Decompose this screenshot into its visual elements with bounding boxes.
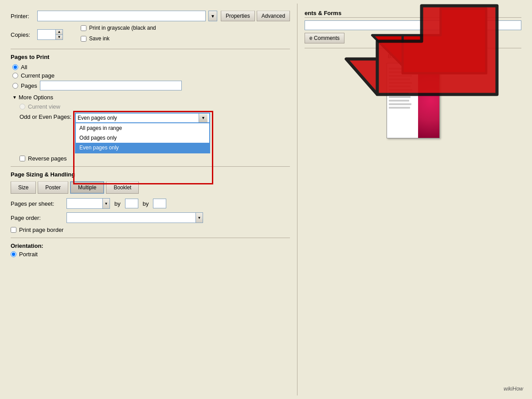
preview-line-12 (389, 107, 410, 109)
printer-label: Printer: (11, 13, 37, 20)
reverse-pages-label: Reverse pages (28, 155, 66, 162)
reverse-pages-checkbox[interactable] (20, 156, 25, 161)
sizing-buttons: Size Poster Multiple Booklet (11, 181, 290, 194)
all-pages-label: All (21, 64, 27, 70)
odd-even-label: Odd or Even Pages: (20, 113, 71, 120)
printer-input[interactable]: Send To OneNote 2013 (37, 11, 206, 21)
all-pages-row: All (12, 64, 290, 70)
page-preview-pink (418, 63, 439, 138)
right-panel: ents & Forms ocument and Markups e Comme… (297, 4, 528, 395)
print-page-border-checkbox[interactable] (11, 227, 16, 233)
preview-line-9 (389, 96, 411, 98)
copies-down-btn[interactable]: ▼ (55, 35, 63, 40)
copies-label: Copies: (11, 31, 37, 38)
more-options-toggle[interactable]: ▼ More Options (12, 94, 290, 101)
current-view-label: Current view (28, 103, 60, 110)
pages-per-sheet-row: Pages per sheet: Custom... ▼ by 2 by 2 (11, 198, 290, 209)
pps-select-wrap: Custom... ▼ (66, 198, 110, 209)
summarize-comments-btn[interactable]: e Comments (305, 33, 344, 43)
po-select[interactable]: Horizontal (67, 213, 196, 223)
printer-select-wrap: Send To OneNote 2013 ▼ (37, 11, 217, 21)
page-size-label: 8.27 x 11.69 Inches (305, 53, 521, 59)
save-ink-row: Save ink (81, 35, 156, 42)
left-panel: Printer: Send To OneNote 2013 ▼ Properti… (4, 4, 297, 395)
pages-to-print-header: Pages to Print (11, 54, 290, 60)
page-preview-wrap (305, 63, 521, 138)
current-view-radio (20, 104, 25, 110)
preview-line-3 (389, 75, 412, 77)
dropdown-item-all[interactable]: All pages in range (76, 123, 209, 133)
preview-line-1 (389, 68, 413, 70)
pages-range-row: Pages 1 - 4 (12, 81, 290, 90)
dropdown-selected-text: Even pages only (78, 115, 199, 121)
preview-line-4 (389, 78, 410, 80)
save-ink-checkbox[interactable] (81, 36, 86, 42)
more-options-triangle: ▼ (12, 95, 17, 100)
current-page-row: Current page (12, 72, 290, 79)
print-page-border-label: Print page border (19, 227, 63, 233)
size-button[interactable]: Size (11, 181, 36, 194)
preview-line-2 (389, 71, 411, 73)
preview-line-8 (389, 93, 409, 94)
booklet-button[interactable]: Booklet (106, 181, 139, 194)
portrait-row: Portrait (11, 251, 290, 258)
pages-radio-group: All Current page Pages 1 - 4 (11, 64, 290, 90)
properties-button[interactable]: Properties (221, 11, 255, 21)
grayscale-checkbox[interactable] (81, 25, 86, 31)
advanced-button[interactable]: Advanced (257, 11, 290, 21)
portrait-label: Portrait (19, 251, 38, 258)
pages-range-radio[interactable] (12, 83, 18, 89)
printer-dropdown-btn[interactable]: ▼ (208, 11, 217, 21)
current-view-row: Current view (11, 103, 290, 110)
dropdown-arrow-icon: ▼ (199, 113, 207, 122)
pps-select[interactable]: Custom... (67, 199, 102, 208)
preview-line-11 (389, 103, 412, 105)
odd-even-dropdown-wrap: Even pages only ▼ All pages in range Odd… (75, 113, 210, 123)
multiple-button[interactable]: Multiple (70, 181, 104, 194)
save-ink-label: Save ink (89, 35, 110, 42)
pages-range-input[interactable]: 1 - 4 (40, 81, 182, 90)
dropdown-item-odd[interactable]: Odd pages only (76, 133, 209, 143)
copies-input-wrap: 1 ▲ ▼ (37, 29, 63, 40)
printer-buttons: Properties Advanced (221, 11, 290, 21)
reverse-pages-row: Reverse pages (11, 155, 290, 162)
comments-forms-section: ents & Forms ocument and Markups e Comme… (305, 9, 521, 43)
all-pages-radio[interactable] (12, 64, 18, 70)
po-select-wrap: Horizontal ▼ (66, 212, 203, 223)
preview-line-7 (389, 89, 412, 91)
preview-line-5 (389, 82, 412, 84)
copies-spinner: ▲ ▼ (55, 30, 63, 39)
document-markups-input[interactable]: ocument and Markups (305, 20, 521, 30)
pps-value1[interactable]: 2 (125, 199, 138, 208)
by-label: by (114, 200, 121, 207)
current-page-label: Current page (21, 72, 55, 79)
page-preview-lines (389, 68, 415, 110)
page-sizing-header: Page Sizing & Handling (11, 171, 290, 178)
pps-dropdown-btn[interactable]: ▼ (102, 199, 110, 208)
by-label2: by (143, 200, 149, 207)
po-dropdown-btn[interactable]: ▼ (196, 213, 203, 223)
grayscale-label: Print in grayscale (black and (89, 25, 156, 31)
copies-up-btn[interactable]: ▲ (55, 30, 63, 35)
current-page-radio[interactable] (12, 73, 18, 78)
orientation-header: Orientation: (11, 243, 43, 249)
odd-even-row: Odd or Even Pages: Even pages only ▼ All… (11, 113, 290, 123)
wikihow-badge: wikiHow (504, 386, 523, 392)
poster-button[interactable]: Poster (38, 181, 68, 194)
copies-input[interactable]: 1 (38, 30, 55, 39)
odd-even-dropdown-selected[interactable]: Even pages only ▼ (75, 113, 210, 123)
orientation-section: Orientation: Portrait (11, 243, 290, 258)
portrait-radio[interactable] (11, 251, 16, 257)
page-preview (387, 63, 440, 138)
pages-range-label: Pages (21, 82, 37, 89)
document-markups-row: ocument and Markups (305, 20, 521, 30)
dropdown-item-even[interactable]: Even pages only (76, 143, 209, 153)
copies-row: Copies: 1 ▲ ▼ Print in grayscale (black … (11, 25, 290, 44)
grayscale-row: Print in grayscale (black and (81, 25, 156, 31)
preview-line-10 (389, 100, 410, 102)
print-dialog: Printer: Send To OneNote 2013 ▼ Properti… (0, 0, 532, 399)
page-order-label: Page order: (11, 215, 64, 221)
pages-per-sheet-label: Pages per sheet: (11, 200, 64, 207)
pps-value2[interactable]: 2 (153, 199, 166, 208)
printer-row: Printer: Send To OneNote 2013 ▼ Properti… (11, 11, 290, 21)
